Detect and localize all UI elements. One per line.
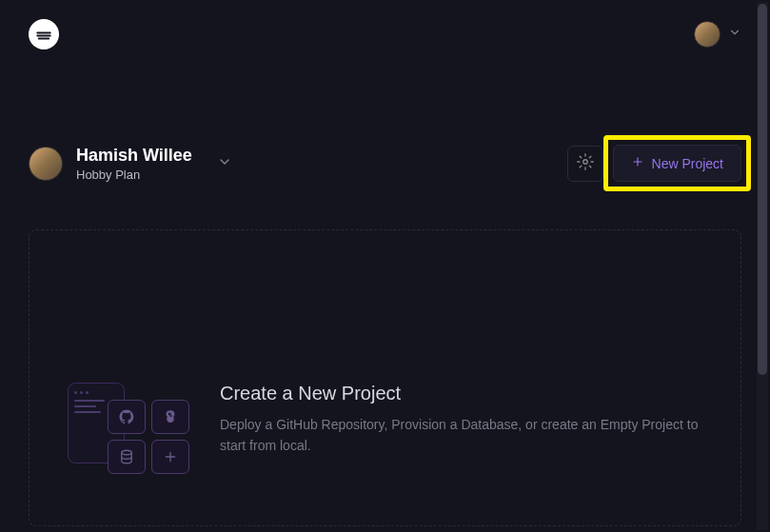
avatar	[694, 21, 721, 48]
new-project-button[interactable]: New Project	[613, 145, 741, 182]
scrollbar-track[interactable]	[757, 2, 768, 530]
gear-icon	[577, 153, 594, 173]
plus-icon	[631, 155, 644, 171]
empty-state-description: Deploy a GitHub Repository, Provision a …	[220, 414, 702, 457]
plus-icon	[151, 440, 189, 474]
scrollbar-thumb[interactable]	[758, 4, 767, 375]
new-project-label: New Project	[652, 156, 723, 171]
settings-button[interactable]	[567, 146, 603, 182]
empty-state-container: Create a New Project Deploy a GitHub Rep…	[29, 229, 741, 526]
workspace-switcher[interactable]: Hamish Willee Hobby Plan	[29, 146, 232, 182]
user-menu[interactable]	[694, 21, 741, 48]
app-logo[interactable]	[29, 19, 59, 49]
postgres-icon	[151, 400, 189, 434]
github-icon	[108, 400, 146, 434]
svg-point-1	[122, 450, 132, 455]
avatar	[29, 147, 63, 181]
empty-state-illustration	[68, 383, 191, 478]
profile-name: Hamish Willee	[76, 146, 192, 166]
chevron-down-icon	[217, 154, 232, 173]
chevron-down-icon	[728, 26, 741, 43]
empty-state-title: Create a New Project	[220, 383, 702, 404]
profile-plan: Hobby Plan	[76, 167, 192, 182]
database-icon	[108, 440, 146, 474]
svg-point-0	[582, 160, 587, 165]
